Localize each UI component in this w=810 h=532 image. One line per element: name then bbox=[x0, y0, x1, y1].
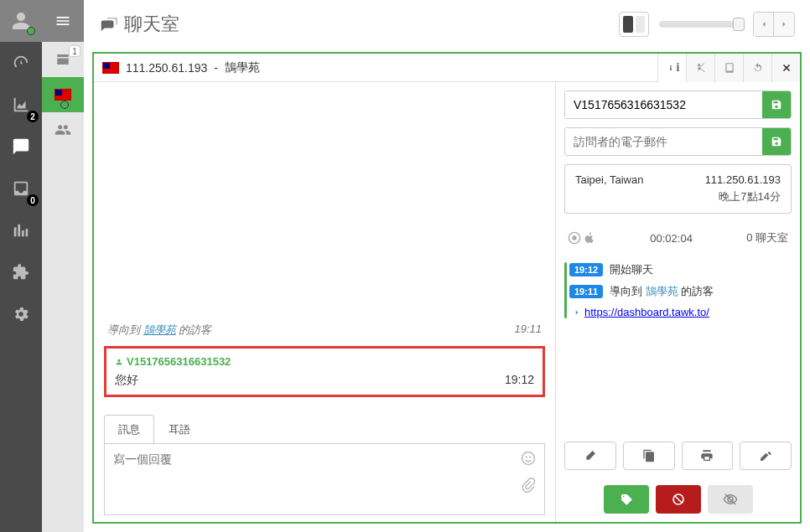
bars-icon bbox=[12, 221, 30, 240]
svg-line-7 bbox=[675, 496, 682, 503]
system-msg-suffix: 的訪客 bbox=[179, 323, 211, 336]
chat-header: 111.250.61.193 - 鵠學苑 i bbox=[94, 54, 800, 82]
history-button[interactable] bbox=[743, 54, 771, 82]
chart-icon bbox=[12, 96, 30, 114]
layout-toggle[interactable] bbox=[619, 12, 649, 37]
visit-duration: 00:02:04 bbox=[650, 232, 693, 245]
chat-count: 0 聊天室 bbox=[746, 230, 788, 245]
info-icon bbox=[665, 62, 677, 74]
cut-button[interactable] bbox=[686, 54, 714, 82]
chat-tab-all[interactable]: 1 bbox=[42, 42, 84, 77]
chat-container: 111.250.61.193 - 鵠學苑 i bbox=[92, 52, 802, 524]
messages-list: 導向到 鵠學苑 的訪客 19:11 V1517656316631532 bbox=[104, 89, 545, 405]
svg-point-2 bbox=[526, 456, 527, 457]
close-icon bbox=[781, 62, 792, 74]
next-button[interactable] bbox=[774, 13, 794, 36]
attachment-icon[interactable] bbox=[521, 478, 536, 493]
action-row-1 bbox=[564, 442, 792, 470]
status-dot-icon bbox=[27, 27, 35, 35]
referrer-link[interactable]: https://dashboard.tawk.to/ bbox=[584, 306, 709, 318]
system-msg-link[interactable]: 鵠學苑 bbox=[143, 323, 176, 336]
menu-icon bbox=[52, 13, 74, 29]
save-id-button[interactable] bbox=[762, 91, 791, 118]
page-title: 聊天室 bbox=[99, 12, 179, 37]
zoom-slider[interactable] bbox=[659, 21, 743, 28]
nav-addons[interactable] bbox=[0, 251, 42, 293]
visitor-message-block: V1517656316631532 您好 19:12 bbox=[104, 346, 545, 397]
visitor-location: Taipei, Taiwan bbox=[575, 173, 643, 186]
nav-analytics[interactable]: 2 bbox=[0, 84, 42, 126]
ban-button[interactable] bbox=[656, 485, 701, 514]
emoji-icon[interactable] bbox=[521, 451, 536, 466]
location-box: Taipei, Taiwan 111.250.61.193 晚上7點14分 bbox=[564, 164, 792, 214]
eraser-icon bbox=[584, 449, 597, 462]
svg-point-5 bbox=[572, 235, 576, 240]
print-icon bbox=[700, 449, 714, 462]
system-msg-prefix: 導向到 bbox=[107, 323, 143, 336]
event-suffix: 的訪客 bbox=[681, 285, 714, 297]
tag-button[interactable] bbox=[604, 485, 649, 514]
visitor-name: V1517656316631532 bbox=[115, 355, 534, 368]
chat-bubbles-icon bbox=[99, 15, 117, 34]
edit-button[interactable] bbox=[740, 442, 792, 470]
nav-reports[interactable] bbox=[0, 209, 42, 251]
nav-inbox[interactable]: 0 bbox=[0, 168, 42, 209]
reply-input[interactable] bbox=[113, 452, 536, 506]
gear-icon bbox=[12, 305, 30, 323]
prev-button[interactable] bbox=[754, 13, 774, 36]
group-icon bbox=[55, 121, 71, 138]
tab-whisper[interactable]: 耳語 bbox=[154, 415, 205, 444]
ban-icon bbox=[672, 493, 685, 506]
event-row: 19:12 開始聊天 bbox=[569, 262, 792, 277]
nav-chat[interactable] bbox=[0, 126, 42, 168]
close-button[interactable] bbox=[771, 54, 800, 82]
event-link[interactable]: 鵠學苑 bbox=[646, 285, 678, 297]
chat-icon bbox=[12, 137, 30, 156]
nav-settings[interactable] bbox=[0, 293, 42, 335]
flag-taiwan-icon bbox=[102, 62, 119, 74]
svg-point-3 bbox=[529, 456, 531, 457]
separator: - bbox=[214, 61, 218, 75]
nav-dashboard[interactable] bbox=[0, 42, 42, 84]
referrer-link-row: https://dashboard.tawk.to/ bbox=[573, 306, 792, 318]
chevron-right-icon bbox=[573, 308, 581, 317]
event-prefix: 導向到 bbox=[610, 285, 646, 297]
visitor-ip-detail: 111.250.61.193 bbox=[705, 173, 781, 186]
reply-tabs: 訊息 耳語 bbox=[104, 414, 545, 444]
eraser-button[interactable] bbox=[564, 442, 616, 470]
info-button[interactable]: i bbox=[657, 54, 686, 82]
copy-icon bbox=[642, 449, 656, 462]
apple-icon bbox=[583, 231, 596, 245]
visitor-email-input[interactable] bbox=[565, 128, 762, 155]
visitor-email-field bbox=[564, 127, 792, 156]
visitor-id-input[interactable] bbox=[565, 91, 762, 118]
system-message: 導向到 鵠學苑 的訪客 19:11 bbox=[104, 318, 545, 343]
nav-profile[interactable] bbox=[0, 0, 42, 42]
save-email-button[interactable] bbox=[762, 128, 791, 155]
copy-button[interactable] bbox=[623, 442, 675, 470]
save-icon bbox=[771, 136, 782, 147]
hamburger-button[interactable] bbox=[42, 0, 84, 42]
undo-icon bbox=[752, 62, 764, 74]
chat-messages-panel: 導向到 鵠學苑 的訪客 19:11 V1517656316631532 bbox=[94, 82, 555, 522]
tab-message[interactable]: 訊息 bbox=[104, 415, 154, 444]
user-icon bbox=[115, 358, 123, 366]
slider-handle[interactable] bbox=[733, 18, 745, 31]
book-button[interactable] bbox=[714, 54, 743, 82]
print-button[interactable] bbox=[682, 442, 734, 470]
stats-row: 00:02:04 0 聊天室 bbox=[564, 222, 792, 254]
chat-tab-group[interactable] bbox=[42, 112, 84, 147]
edit-icon bbox=[759, 449, 772, 462]
visitor-site: 鵠學苑 bbox=[225, 60, 260, 75]
tag-icon bbox=[620, 493, 633, 506]
visibility-button[interactable] bbox=[708, 485, 753, 514]
system-msg-time: 19:11 bbox=[514, 323, 542, 338]
visitor-ip: 111.250.61.193 bbox=[126, 61, 207, 75]
action-row-2 bbox=[564, 485, 792, 514]
visitor-msg-text: 您好 bbox=[115, 373, 138, 388]
chat-tab-visitor[interactable] bbox=[42, 77, 84, 112]
count-badge: 1 bbox=[69, 45, 80, 57]
event-time: 19:11 bbox=[569, 285, 603, 298]
visitor-local-time: 晚上7點14分 bbox=[719, 189, 781, 204]
main-nav-sidebar: 2 0 bbox=[0, 0, 42, 532]
